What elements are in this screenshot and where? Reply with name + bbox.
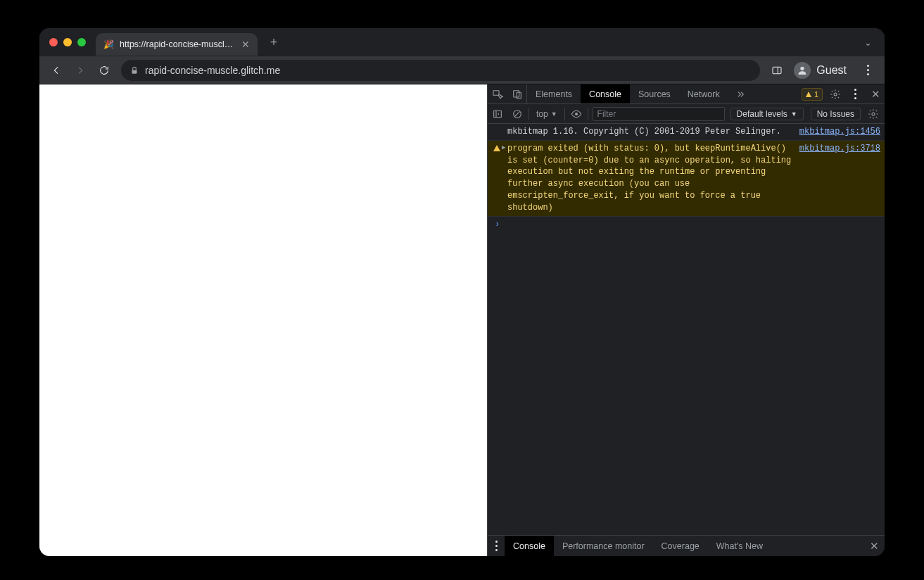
message-text: mkbitmap 1.16. Copyright (C) 2001-2019 P… — [507, 126, 794, 138]
tabs-overflow-button[interactable] — [728, 84, 751, 103]
new-tab-button[interactable]: + — [265, 33, 283, 51]
console-message: mkbitmap 1.16. Copyright (C) 2001-2019 P… — [488, 124, 885, 141]
clear-console-button[interactable] — [507, 104, 527, 124]
console-settings-button[interactable] — [865, 108, 882, 120]
close-window-button[interactable] — [49, 38, 58, 46]
log-levels-selector[interactable]: Default levels ▼ — [730, 108, 804, 120]
warnings-badge[interactable]: 1 — [802, 88, 823, 101]
issues-button[interactable]: No Issues — [811, 108, 861, 120]
issues-label: No Issues — [817, 109, 854, 119]
drawer-tab-console[interactable]: Console — [505, 536, 554, 556]
context-label: top — [536, 109, 548, 119]
console-sidebar-toggle[interactable] — [488, 104, 507, 124]
warnings-count: 1 — [814, 90, 818, 99]
inspect-element-button[interactable] — [488, 84, 507, 103]
profile-label: Guest — [816, 64, 847, 77]
live-expression-button[interactable] — [567, 104, 586, 124]
svg-point-7 — [834, 93, 837, 96]
lock-icon — [129, 65, 139, 76]
page-viewport[interactable] — [39, 84, 487, 556]
console-prompt[interactable]: › — [488, 217, 885, 232]
forward-button[interactable] — [70, 61, 90, 80]
devtools-drawer: Console Performance monitor Coverage Wha… — [488, 535, 885, 556]
console-toolbar: top ▼ Default levels ▼ No Iss — [488, 104, 885, 124]
tab-sources[interactable]: Sources — [630, 84, 679, 103]
drawer-close-button[interactable]: ✕ — [863, 540, 885, 553]
side-panel-button[interactable] — [767, 61, 787, 80]
svg-point-12 — [575, 113, 578, 115]
svg-rect-1 — [773, 67, 781, 73]
prompt-chevron-icon: › — [495, 220, 500, 229]
tab-favicon: 🎉 — [103, 39, 114, 50]
svg-rect-0 — [132, 70, 137, 73]
minimize-window-button[interactable] — [63, 38, 72, 46]
message-source-link[interactable]: mkbitmap.js:3718 — [799, 143, 880, 155]
avatar-icon — [794, 62, 811, 79]
traffic-lights — [49, 38, 86, 46]
device-toolbar-button[interactable] — [507, 84, 527, 103]
svg-point-3 — [801, 66, 804, 70]
console-output[interactable]: mkbitmap 1.16. Copyright (C) 2001-2019 P… — [488, 124, 885, 535]
devtools-tabbar: Elements Console Sources Network 1 — [488, 84, 885, 104]
browser-toolbar: rapid-concise-muscle.glitch.me Guest — [39, 56, 885, 84]
message-source-link[interactable]: mkbitmap.js:1456 — [799, 126, 880, 138]
maximize-window-button[interactable] — [77, 38, 86, 46]
devtools-panel: Elements Console Sources Network 1 — [487, 84, 885, 556]
execution-context-selector[interactable]: top ▼ — [531, 109, 563, 119]
address-bar[interactable]: rapid-concise-muscle.glitch.me — [121, 60, 760, 81]
url-text: rapid-concise-muscle.glitch.me — [145, 65, 280, 76]
chevron-down-icon: ▼ — [551, 111, 557, 118]
browser-tab[interactable]: 🎉 https://rapid-concise-muscle.g ✕ — [96, 33, 258, 56]
svg-line-11 — [515, 111, 520, 116]
console-filter-input[interactable] — [593, 107, 725, 121]
tab-title: https://rapid-concise-muscle.g — [120, 39, 235, 49]
message-text: program exited (with status: 0), but kee… — [507, 143, 794, 214]
drawer-tab-whats-new[interactable]: What's New — [708, 536, 771, 556]
console-warning-message: ▶ program exited (with status: 0), but k… — [488, 141, 885, 217]
devtools-menu-button[interactable] — [845, 84, 865, 104]
levels-label: Default levels — [737, 109, 787, 119]
devtools-settings-button[interactable] — [827, 84, 844, 103]
svg-rect-5 — [513, 90, 519, 96]
drawer-menu-button[interactable] — [488, 536, 505, 556]
reload-button[interactable] — [94, 61, 114, 80]
profile-button[interactable]: Guest — [791, 60, 854, 81]
svg-point-13 — [872, 113, 875, 115]
tab-elements[interactable]: Elements — [527, 84, 581, 103]
chevron-down-icon: ▼ — [791, 111, 797, 118]
devtools-close-button[interactable]: ✕ — [866, 84, 885, 103]
svg-rect-4 — [493, 90, 499, 95]
tab-search-button[interactable]: ⌄ — [864, 37, 872, 48]
browser-menu-button[interactable] — [858, 61, 878, 80]
tab-close-icon[interactable]: ✕ — [241, 39, 251, 49]
drawer-tab-performance-monitor[interactable]: Performance monitor — [554, 536, 653, 556]
drawer-tab-coverage[interactable]: Coverage — [653, 536, 708, 556]
warning-icon — [806, 92, 811, 97]
tab-console[interactable]: Console — [581, 84, 630, 103]
tab-network[interactable]: Network — [679, 84, 728, 103]
expand-icon[interactable]: ▶ — [502, 144, 505, 153]
back-button[interactable] — [46, 61, 66, 80]
window-titlebar: 🎉 https://rapid-concise-muscle.g ✕ + ⌄ — [39, 28, 885, 56]
